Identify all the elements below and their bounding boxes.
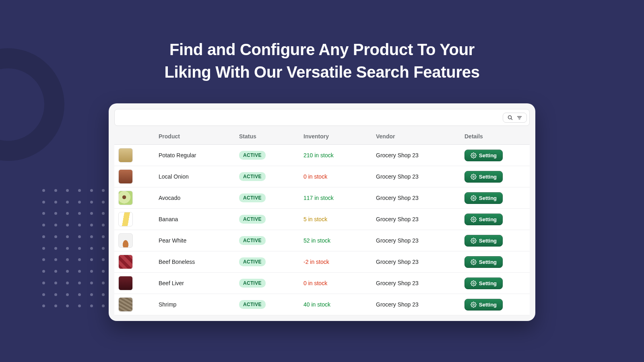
column-header-status: Status [239,133,303,140]
status-badge: ACTIVE [239,151,266,160]
status-badge: ACTIVE [239,236,266,245]
svg-point-5 [473,154,475,156]
headline-line-2: Liking With Our Versatile Search Feature… [164,63,479,81]
vendor-name: Grocery Shop 23 [376,216,464,222]
table-toolbar [114,109,530,126]
product-thumbnail [118,148,133,162]
table-row: Potato RegularACTIVE210 in stockGrocery … [114,145,530,166]
product-thumbnail [118,233,133,248]
setting-button-label: Setting [479,302,497,308]
svg-point-8 [473,218,475,220]
setting-button-label: Setting [479,152,497,158]
column-header-inventory: Inventory [303,133,376,140]
gear-icon [471,238,477,244]
status-badge: ACTIVE [239,300,266,309]
inventory-value: 52 in stock [303,237,376,244]
inventory-value: 210 in stock [303,152,376,158]
setting-button[interactable]: Setting [464,214,503,225]
status-badge: ACTIVE [239,172,266,181]
table-row: Local OnionACTIVE0 in stockGrocery Shop … [114,166,530,187]
inventory-value: 5 in stock [303,216,376,222]
decorative-dot-grid [42,189,107,310]
product-name: Avocado [159,195,239,201]
product-thumbnail [118,212,133,226]
table-body: Potato RegularACTIVE210 in stockGrocery … [114,145,530,315]
svg-line-1 [511,118,512,119]
vendor-name: Grocery Shop 23 [376,237,464,244]
product-thumbnail [118,169,133,184]
filter-icon [516,115,522,121]
product-table-panel: Product Status Inventory Vendor Details … [109,103,535,321]
product-thumbnail [118,255,133,269]
headline-line-1: Find and Configure Any Product To Your [169,41,475,58]
product-thumbnail [118,191,133,205]
gear-icon [471,152,477,158]
table-row: AvocadoACTIVE117 in stockGrocery Shop 23… [114,187,530,209]
status-badge: ACTIVE [239,257,266,266]
setting-button[interactable]: Setting [464,256,503,268]
search-filter-button[interactable] [503,113,527,123]
svg-point-11 [473,282,475,284]
setting-button[interactable]: Setting [464,192,503,204]
product-name: Banana [159,216,239,222]
product-name: Beef Liver [159,280,239,286]
column-header-details: Details [464,133,526,140]
table-row: ShrimpACTIVE40 in stockGrocery Shop 23Se… [114,294,530,315]
search-icon [507,115,513,121]
inventory-value: 0 in stock [303,280,376,286]
gear-icon [471,259,477,265]
svg-point-9 [473,240,475,241]
inventory-value: 40 in stock [303,301,376,308]
product-name: Local Onion [159,173,239,180]
svg-point-12 [473,304,475,305]
inventory-value: -2 in stock [303,259,376,265]
table-header-row: Product Status Inventory Vendor Details [114,129,530,145]
vendor-name: Grocery Shop 23 [376,152,464,158]
table-row: Beef LiverACTIVE0 in stockGrocery Shop 2… [114,273,530,294]
column-header-product: Product [159,133,239,140]
setting-button-label: Setting [479,259,497,265]
setting-button-label: Setting [479,238,497,244]
svg-point-6 [473,176,475,177]
setting-button-label: Setting [479,195,497,201]
product-thumbnail [118,297,133,312]
svg-point-10 [473,261,475,263]
table-row: Beef BonelessACTIVE-2 in stockGrocery Sh… [114,251,530,273]
gear-icon [471,216,477,222]
setting-button-label: Setting [479,216,497,222]
gear-icon [471,280,477,286]
setting-button-label: Setting [479,280,497,286]
gear-icon [471,174,477,180]
setting-button[interactable]: Setting [464,278,503,289]
setting-button[interactable]: Setting [464,171,503,183]
setting-button-label: Setting [479,174,497,180]
product-name: Pear White [159,237,239,244]
table-row: Pear WhiteACTIVE52 in stockGrocery Shop … [114,230,530,251]
inventory-value: 0 in stock [303,173,376,180]
vendor-name: Grocery Shop 23 [376,280,464,286]
status-badge: ACTIVE [239,215,266,224]
table-row: BananaACTIVE5 in stockGrocery Shop 23Set… [114,209,530,230]
product-thumbnail [118,276,133,290]
inventory-value: 117 in stock [303,195,376,201]
vendor-name: Grocery Shop 23 [376,195,464,201]
product-name: Potato Regular [159,152,239,158]
gear-icon [471,302,477,308]
svg-point-7 [473,197,475,199]
vendor-name: Grocery Shop 23 [376,301,464,308]
column-header-vendor: Vendor [376,133,464,140]
vendor-name: Grocery Shop 23 [376,259,464,265]
status-badge: ACTIVE [239,279,266,288]
setting-button[interactable]: Setting [464,299,503,311]
product-name: Shrimp [159,301,239,308]
gear-icon [471,195,477,201]
page-headline: Find and Configure Any Product To Your L… [0,0,644,83]
status-badge: ACTIVE [239,193,266,202]
vendor-name: Grocery Shop 23 [376,173,464,180]
setting-button[interactable]: Setting [464,150,503,161]
product-name: Beef Boneless [159,259,239,265]
setting-button[interactable]: Setting [464,235,503,247]
